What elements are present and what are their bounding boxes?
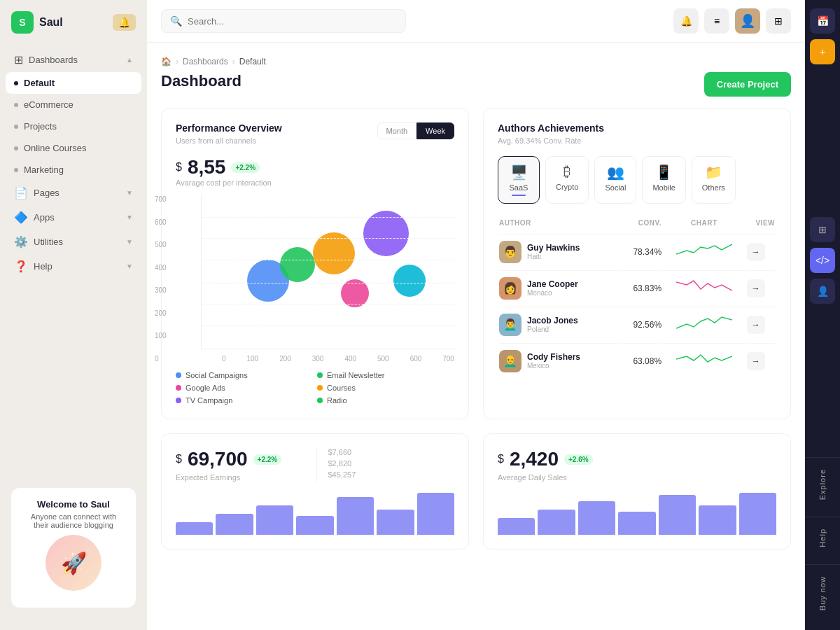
help-label: Help [818,523,827,553]
tab-crypto[interactable]: ₿ Crypto [545,156,589,204]
chart-container: 7006005004003002001000 [176,195,454,363]
legend-google: Google Ads [176,384,313,392]
search-box[interactable]: 🔍 [161,9,406,33]
daily-sales-label: Average Daily Sales [498,473,776,482]
week-toggle[interactable]: Week [416,122,454,139]
sidebar-item-label: Online Courses [24,143,87,153]
avatar[interactable]: 👤 [735,8,760,34]
earnings-value: $ 69,700 +2.2% [176,448,302,470]
bar-5 [337,497,374,535]
main-wrapper: 🔍 🔔 ≡ 👤 ⊞ 🏠 › Dashboards › Default Dashb [147,0,840,630]
astronaut-illustration: 🚀 [46,535,102,591]
buy-section: Buy now [805,564,840,622]
tab-saas[interactable]: 🖥️ SaaS [498,156,540,204]
col-author: AUTHOR [499,216,618,232]
author-row-2: 👩 Jane Cooper Monaco 63.83% [499,270,775,305]
tab-social[interactable]: 👥 Social [594,156,636,204]
author-name-1: Guy Hawkins [527,243,580,253]
search-icon: 🔍 [170,15,182,27]
authors-subtitle: Avg. 69.34% Conv. Rate [498,136,776,145]
notifications-button[interactable]: 🔔 [673,8,699,34]
daily-bar-7 [739,493,776,535]
sidebar-item-label: Default [24,78,55,88]
authors-table: AUTHOR CONV. CHART VIEW � [498,215,776,379]
view-button-1[interactable]: → [747,243,765,261]
topbar-right: 🔔 ≡ 👤 ⊞ [673,8,791,34]
sidebar-item-ecommerce[interactable]: eCommerce [6,94,141,115]
author-conv-1: 78.34% [620,234,662,269]
daily-bar-4 [618,512,655,535]
separator: › [176,57,178,66]
grid-button[interactable]: ⊞ [766,8,791,34]
performance-card: Performance Overview Users from all chan… [161,108,469,419]
chevron-icon: ▲ [126,56,133,64]
dot-icon [14,125,18,129]
panel-calendar-button[interactable]: 📅 [810,8,835,34]
dot-icon [14,146,18,150]
breadcrumb-dashboards[interactable]: Dashboards [183,57,228,66]
sidebar-item-help[interactable]: ❓ Help ▼ [6,254,141,279]
apps-icon: 🔷 [14,211,28,224]
welcome-subtitle: Anyone can connect with their audience b… [22,512,125,529]
home-icon: 🏠 [161,57,172,66]
chart-legend: Social Campaigns Email Newsletter Google… [176,371,454,405]
sidebar-item-default[interactable]: Default [6,72,141,94]
panel-code-button[interactable]: </> [810,248,835,273]
bar-6 [377,510,414,535]
bar-3 [256,505,293,535]
mini-chart-2 [676,276,732,298]
chevron-icon: ▼ [126,238,133,246]
view-button-2[interactable]: → [747,279,765,298]
back-button[interactable]: 🔔 [113,14,136,31]
panel-add-button[interactable]: + [810,39,835,64]
author-row-3: 👨‍🦱 Jacob Jones Poland 92.56% [499,307,775,342]
mini-chart-1 [676,240,732,261]
sidebar: S Saul 🔔 ⊞ Dashboards ▲ Default eCommerc… [0,0,147,630]
author-tabs: 🖥️ SaaS ₿ Crypto 👥 Social 📱 [498,156,776,204]
breadcrumb: 🏠 › Dashboards › Default [161,57,791,66]
earnings-badge: +2.2% [253,454,282,465]
sidebar-item-projects[interactable]: Projects [6,115,141,137]
author-country-1: Haiti [527,253,580,260]
sidebar-item-online-courses[interactable]: Online Courses [6,137,141,159]
menu-button[interactable]: ≡ [704,8,729,34]
bar-chart [176,493,454,535]
col-view: VIEW [747,216,775,232]
authors-card: Authors Achievements Avg. 69.34% Conv. R… [483,108,791,419]
performance-subtitle: Users from all channels [176,136,282,145]
tab-mobile[interactable]: 📱 Mobile [642,156,685,204]
separator: › [232,57,235,66]
sidebar-item-apps[interactable]: 🔷 Apps ▼ [6,205,141,230]
sidebar-item-marketing[interactable]: Marketing [6,159,141,181]
create-project-button[interactable]: Create Project [704,72,791,97]
col-chart: CHART [663,216,745,232]
saas-icon: 🖥️ [510,164,528,181]
panel-grid-button[interactable]: ⊞ [810,217,835,242]
sidebar-item-label: eCommerce [24,99,74,110]
tab-others[interactable]: 📁 Others [692,156,736,204]
legend-dot [176,385,181,391]
earnings-label: Expected Earnings [176,473,302,482]
panel-user-button[interactable]: 👤 [810,279,835,304]
sidebar-item-pages[interactable]: 📄 Pages ▼ [6,181,141,205]
view-button-3[interactable]: → [747,316,765,334]
bubble-5 [363,211,409,256]
month-toggle[interactable]: Month [377,122,417,139]
daily-bar-1 [498,518,535,535]
topbar: 🔍 🔔 ≡ 👤 ⊞ [147,0,805,43]
author-avatar-3: 👨‍🦱 [499,314,522,336]
bubble-3 [313,232,355,274]
performance-title: Performance Overview [176,122,282,134]
search-input[interactable] [188,16,397,27]
main-content: 🔍 🔔 ≡ 👤 ⊞ 🏠 › Dashboards › Default Dashb [147,0,805,630]
sidebar-item-dashboards[interactable]: ⊞ Dashboards ▲ [6,48,141,72]
view-button-4[interactable]: → [747,352,765,370]
sidebar-item-utilities[interactable]: ⚙️ Utilities ▼ [6,230,141,254]
daily-bar-2 [538,510,575,535]
author-avatar-1: 👨 [499,241,522,263]
content-area: 🏠 › Dashboards › Default Dashboard Creat… [147,43,805,630]
author-avatar-4: 👨‍🦲 [499,350,522,372]
pages-icon: 📄 [14,186,28,200]
author-country-2: Monaco [527,289,578,297]
dashboard-grid: Performance Overview Users from all chan… [161,108,791,419]
